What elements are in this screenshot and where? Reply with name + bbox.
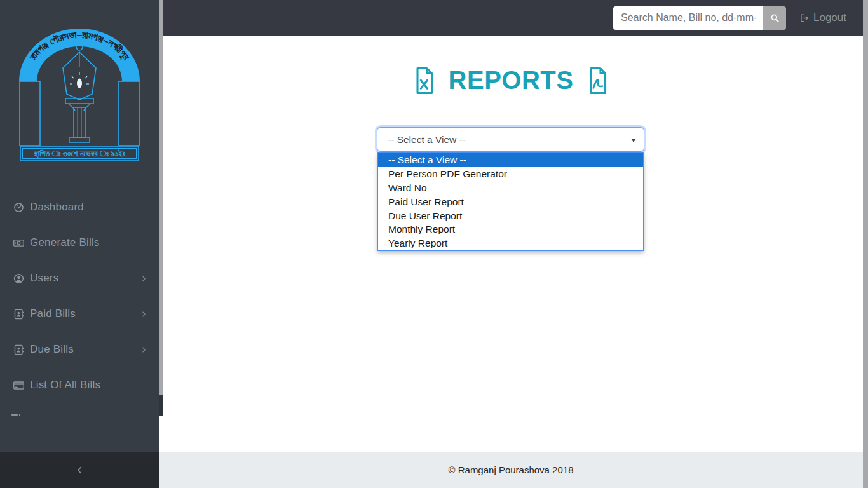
logout-label: Logout: [813, 11, 846, 24]
chevron-left-icon: [73, 464, 86, 477]
page-scrollbar-track[interactable]: [863, 0, 868, 488]
sidebar-item-label: List Of All Bills: [30, 379, 100, 391]
sidebar: রামগঞ্জ পৌরসভা–রামগঞ্জ–লক্ষ্মীপুর: [0, 0, 159, 452]
sidebar-item-dashboard[interactable]: Dashboard: [0, 189, 159, 225]
sidebar-item-generate-bills[interactable]: Generate Bills: [0, 225, 159, 261]
sidebar-item-label: Paid Bills: [30, 308, 76, 320]
select-option-6[interactable]: Yearly Report: [378, 236, 643, 250]
sidebar-scrollbar-thumb[interactable]: [159, 0, 163, 395]
logout-button[interactable]: Logout: [799, 11, 846, 24]
credit-card-icon: [13, 379, 25, 391]
chevron-right-icon: [139, 309, 149, 319]
sidebar-item-paid-bills[interactable]: Paid Bills: [0, 296, 159, 332]
view-select[interactable]: -- Select a View --: [377, 127, 644, 152]
view-select-value: -- Select a View --: [377, 134, 466, 146]
select-option-1[interactable]: Per Person PDF Generator: [378, 167, 643, 181]
partially-visible-menu-item-icon: [11, 414, 20, 416]
sidebar-item-due-bills[interactable]: Due Bills: [0, 332, 159, 367]
tachometer-icon: [13, 201, 25, 214]
select-option-5[interactable]: Monthly Report: [378, 222, 643, 236]
select-option-0[interactable]: -- Select a View --: [378, 153, 643, 167]
topbar: Logout: [163, 0, 863, 36]
sidebar-item-list-of-all-bills[interactable]: List Of All Bills: [0, 367, 159, 403]
sidebar-item-label: Dashboard: [30, 201, 84, 214]
select-option-2[interactable]: Ward No: [378, 181, 643, 195]
chevron-right-icon: [139, 345, 149, 355]
page-scrollbar-thumb[interactable]: [863, 0, 868, 488]
reports-title-row: REPORTS: [159, 66, 863, 95]
main-content: REPORTS -- Select a View -- -- Select a …: [159, 36, 863, 452]
sidebar-nav: Dashboard Generate Bills Users Paid Bill…: [0, 189, 159, 403]
municipality-logo: রামগঞ্জ পৌরসভা–রামগঞ্জ–লক্ষ্মীপুর: [19, 27, 140, 162]
sidebar-scrollbar-track[interactable]: [159, 0, 163, 416]
sign-out-icon: [799, 13, 810, 24]
search-input[interactable]: [613, 6, 763, 30]
magnifier-icon: [770, 13, 780, 24]
select-dropdown-arrow-icon: [631, 139, 636, 142]
copyright-text: © Ramganj Pourashova 2018: [448, 464, 573, 475]
file-pdf-icon: [586, 67, 609, 95]
sidebar-item-label: Due Bills: [30, 343, 74, 356]
address-book-icon: [13, 344, 25, 356]
search-button[interactable]: [763, 6, 786, 30]
view-select-option-list: -- Select a View --Per Person PDF Genera…: [377, 152, 644, 251]
sidebar-item-users[interactable]: Users: [0, 261, 159, 296]
chevron-right-icon: [139, 274, 149, 283]
money-bill-icon: [13, 237, 25, 249]
logo-established-text: স্থাপিত ঃ ৩০শে নভেম্বর ঃ ৯১ইং: [33, 149, 125, 158]
user-circle-icon: [13, 273, 25, 285]
select-option-4[interactable]: Due User Report: [378, 209, 643, 223]
sidebar-item-label: Generate Bills: [30, 236, 100, 249]
sidebar-collapse-button[interactable]: [0, 452, 159, 488]
sidebar-item-label: Users: [30, 272, 58, 285]
address-book-icon: [13, 308, 25, 320]
select-option-3[interactable]: Paid User Report: [378, 195, 643, 209]
footer: © Ramganj Pourashova 2018: [159, 452, 863, 488]
search-group: [613, 6, 786, 30]
file-excel-icon: [412, 67, 436, 95]
page-title: REPORTS: [449, 66, 574, 95]
